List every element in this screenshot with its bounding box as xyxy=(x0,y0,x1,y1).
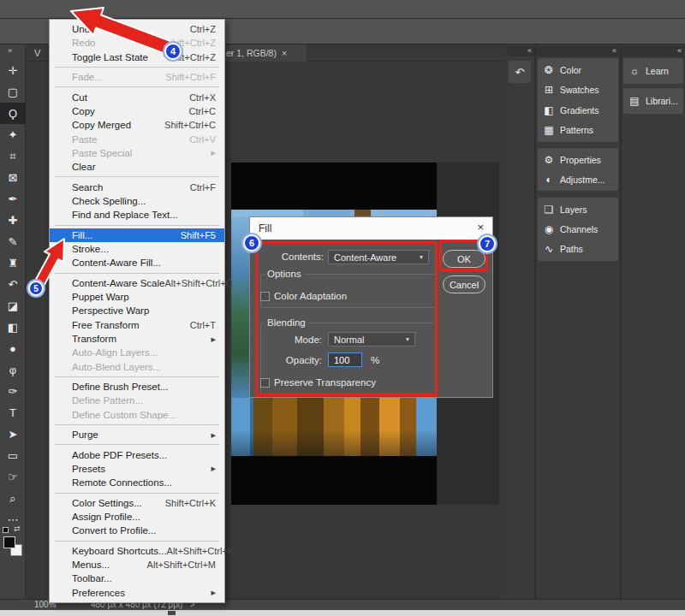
zoom-tool[interactable]: ⌕ xyxy=(0,488,26,509)
preserve-transparency-checkbox[interactable] xyxy=(260,378,270,388)
history-brush-tool[interactable]: ↶ xyxy=(0,274,26,295)
menu-item-transform[interactable]: Transform▸ xyxy=(50,332,224,346)
menu-item-define-brush-preset[interactable]: Define Brush Preset... xyxy=(50,380,224,394)
panel-button-paths[interactable]: ∿Paths xyxy=(538,240,618,259)
menu-item-auto-blend-layers: Auto-Blend Layers... xyxy=(50,359,224,373)
dock-collapse-middle[interactable]: « xyxy=(536,45,619,56)
cancel-button[interactable]: Cancel xyxy=(443,275,485,293)
contents-dropdown[interactable]: Content-Aware▾ xyxy=(328,250,429,264)
taskbar-fragment xyxy=(168,611,176,615)
tab-close-icon[interactable]: × xyxy=(282,48,287,58)
shape-tool[interactable]: ▭ xyxy=(0,445,26,466)
eyedropper-tool[interactable]: ✒ xyxy=(0,188,26,210)
swatches-icon: ⊞ xyxy=(538,84,560,96)
panel-button-libraries[interactable]: ▤Librari... xyxy=(623,88,683,114)
menu-item-redo: RedoShift+Ctrl+Z xyxy=(50,36,224,50)
hand-tool-icon: ☞ xyxy=(8,471,18,483)
collapsed-panel-icon[interactable]: ↶ xyxy=(509,61,531,83)
panel-button-properties[interactable]: ⚙Properties xyxy=(538,150,618,169)
menu-item-fill[interactable]: Fill...Shift+F5 xyxy=(50,228,224,242)
dialog-close-icon[interactable]: × xyxy=(477,221,484,234)
document-tab[interactable]: er 1, RGB/8) × xyxy=(219,44,307,62)
panel-button-patterns[interactable]: ▦Patterns xyxy=(538,121,618,141)
color-adaptation-checkbox[interactable] xyxy=(260,292,270,301)
chevron-down-icon: ▾ xyxy=(420,253,423,261)
menu-item-perspective-warp[interactable]: Perspective Warp xyxy=(50,304,224,317)
move-tool[interactable]: ✛ xyxy=(0,60,26,81)
fill-dialog-title: Fill xyxy=(259,222,271,234)
menu-item-auto-align-layers: Auto-Align Layers... xyxy=(50,346,224,359)
swap-colors-icon[interactable]: ⇄ xyxy=(14,524,21,533)
toolbar-overflow-icon[interactable]: » xyxy=(8,46,12,55)
menu-item-check-spelling[interactable]: Check Spelling... xyxy=(50,194,224,208)
menu-item-puppet-warp[interactable]: Puppet Warp xyxy=(50,290,224,304)
default-swatches-icon[interactable] xyxy=(3,527,9,533)
menu-item-clear[interactable]: Clear xyxy=(50,160,224,174)
dock-collapse-left[interactable]: « xyxy=(506,45,534,56)
mode-dropdown[interactable]: Normal▾ xyxy=(328,332,415,346)
menu-item-presets[interactable]: Presets▸ xyxy=(50,462,224,476)
menu-item-search[interactable]: SearchCtrl+F xyxy=(50,181,224,194)
type-tool[interactable]: T xyxy=(0,402,26,424)
menu-item-color-settings[interactable]: Color Settings...Shift+Ctrl+K xyxy=(50,496,224,510)
panel-button-channels[interactable]: ◉Channels xyxy=(538,219,618,239)
gradient-tool[interactable]: ◧ xyxy=(0,317,26,338)
menu-item-keyboard-shortcuts[interactable]: Keyboard Shortcuts...Alt+Shift+Ctrl+K xyxy=(50,544,224,558)
ok-button[interactable]: OK xyxy=(443,250,485,268)
menu-item-cut[interactable]: CutCtrl+X xyxy=(50,91,224,104)
menu-item-content-aware-fill[interactable]: Content-Aware Fill... xyxy=(50,256,224,270)
dock-collapse-right[interactable]: « xyxy=(622,45,684,56)
menu-item-stroke[interactable]: Stroke... xyxy=(50,242,224,256)
frame-tool[interactable]: ⊠ xyxy=(0,167,26,188)
panel-label: Librari... xyxy=(646,96,678,106)
hand-tool[interactable]: ☞ xyxy=(0,466,26,488)
lasso-tool[interactable]: Ϙ xyxy=(0,103,26,124)
fill-dialog-titlebar[interactable]: Fill xyxy=(250,217,492,240)
panel-button-learn[interactable]: ☼Learn xyxy=(623,58,683,84)
zoom-tool-icon: ⌕ xyxy=(9,492,15,506)
menu-item-toggle-last-state[interactable]: Toggle Last StateAlt+Ctrl+Z xyxy=(50,50,224,64)
contents-label: Contents: xyxy=(267,252,324,262)
menu-item-remote-connections[interactable]: Remote Connections... xyxy=(50,476,224,489)
brush-tool[interactable]: ✎ xyxy=(0,231,26,252)
clone-stamp-tool[interactable]: ♜ xyxy=(0,252,26,274)
contents-value: Content-Aware xyxy=(334,252,396,263)
menu-item-copy-merged[interactable]: Copy MergedShift+Ctrl+C xyxy=(50,118,224,132)
panel-label: Channels xyxy=(560,224,598,234)
menu-item-fade: Fade...Shift+Ctrl+F xyxy=(50,70,224,84)
menu-item-preferences[interactable]: Preferences▸ xyxy=(50,586,224,600)
blur-tool[interactable]: ● xyxy=(0,338,26,359)
menu-item-free-transform[interactable]: Free TransformCtrl+T xyxy=(50,318,224,332)
menu-item-copy[interactable]: CopyCtrl+C xyxy=(50,104,224,118)
marquee-tool[interactable]: ▢ xyxy=(0,81,26,103)
healing-brush-tool[interactable]: ✚ xyxy=(0,210,26,231)
dodge-tool[interactable]: φ xyxy=(0,359,26,381)
menu-item-purge[interactable]: Purge▸ xyxy=(50,428,224,441)
crop-tool[interactable]: ⌗ xyxy=(0,145,26,167)
quick-selection-tool-icon: ✦ xyxy=(9,128,18,141)
shape-tool-icon: ▭ xyxy=(8,449,18,462)
menu-item-adobe-pdf-presets[interactable]: Adobe PDF Presets... xyxy=(50,448,224,462)
menu-item-menus[interactable]: Menus...Alt+Shift+Ctrl+M xyxy=(50,558,224,572)
menu-item-toolbar[interactable]: Toolbar... xyxy=(50,572,224,585)
menu-item-undo[interactable]: UndoCtrl+Z xyxy=(50,22,224,36)
path-selection-tool-icon: ➤ xyxy=(9,428,18,441)
menu-item-convert-to-profile[interactable]: Convert to Profile... xyxy=(50,524,224,537)
opacity-input[interactable]: 100 xyxy=(328,352,362,367)
menu-item-find-and-replace[interactable]: Find and Replace Text... xyxy=(50,208,224,222)
panel-button-adjustments[interactable]: ◐Adjustme... xyxy=(538,169,618,189)
menu-item-content-aware-scale[interactable]: Content-Aware ScaleAlt+Shift+Ctrl+C xyxy=(50,276,224,290)
pen-tool-icon: ✑ xyxy=(9,385,18,398)
quick-selection-tool[interactable]: ✦ xyxy=(0,124,26,145)
menu-item-assign-profile[interactable]: Assign Profile... xyxy=(50,510,224,524)
panel-button-layers[interactable]: ❏Layers xyxy=(538,199,618,219)
panel-button-swatches[interactable]: ⊞Swatches xyxy=(538,80,618,101)
eraser-tool[interactable]: ◪ xyxy=(0,295,26,317)
panel-button-gradients[interactable]: ◧Gradients xyxy=(538,100,618,121)
panel-button-color[interactable]: ❂Color xyxy=(538,60,618,80)
foreground-color-swatch[interactable] xyxy=(3,536,15,548)
pen-tool[interactable]: ✑ xyxy=(0,381,26,402)
path-selection-tool[interactable]: ➤ xyxy=(0,424,26,445)
dock-divider xyxy=(620,44,622,599)
layers-icon: ❏ xyxy=(538,204,560,216)
